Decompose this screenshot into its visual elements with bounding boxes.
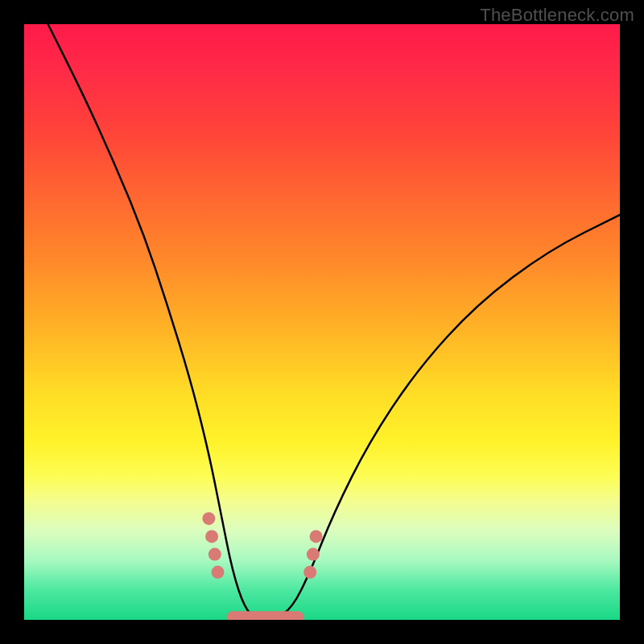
plot-area [24,24,620,620]
watermark-text: TheBottleneck.com [480,5,634,26]
trough-dots [202,512,322,579]
svg-point-1 [202,512,215,525]
svg-point-7 [310,530,323,543]
svg-point-5 [303,566,316,579]
svg-point-3 [208,548,221,561]
svg-point-2 [205,530,218,543]
svg-point-4 [212,566,225,579]
bottleneck-curve [48,24,620,620]
curve-svg [24,24,620,620]
chart-frame: TheBottleneck.com [0,0,644,644]
svg-point-6 [307,548,320,561]
